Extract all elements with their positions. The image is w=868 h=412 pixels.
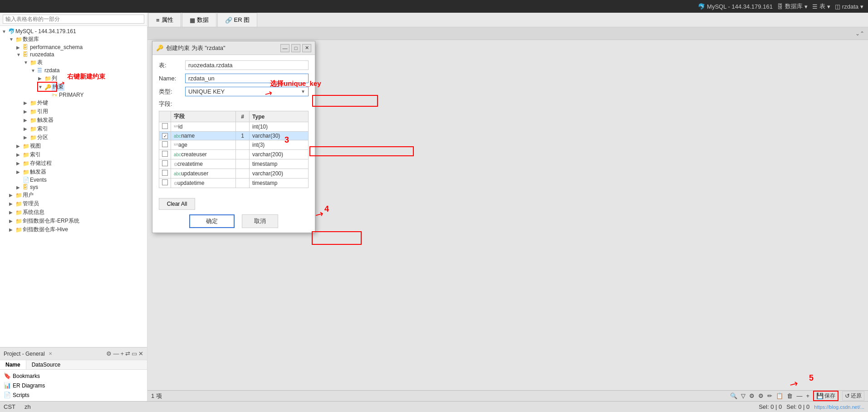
minus-row-icon[interactable]: — xyxy=(796,392,802,399)
tab-properties[interactable]: ≡ 属性 xyxy=(148,13,181,27)
minus-icon[interactable]: — xyxy=(113,350,119,357)
min-icon[interactable]: ▭ xyxy=(132,350,137,357)
sidebar-item-sys[interactable]: ▶ 🗄 sys xyxy=(0,184,147,191)
sidebar-item-databases[interactable]: ▼ 📁 数据库 xyxy=(0,35,147,44)
expand-arrow: ▶ xyxy=(9,201,15,206)
fields-table-row[interactable]: ¹²³ageint(3) xyxy=(159,140,309,150)
sidebar-item-indexes2[interactable]: ▶ 📁 索引 xyxy=(0,150,147,159)
status-sel2: Sel: 0 | 0 xyxy=(786,403,809,410)
cancel-button[interactable]: 取消 xyxy=(242,214,278,228)
search-status-icon[interactable]: 🔍 xyxy=(730,392,737,399)
field-checkbox[interactable] xyxy=(159,140,171,150)
tab-data[interactable]: ▦ 数据 xyxy=(182,13,216,27)
sidebar-item-refs[interactable]: ▶ 📁 引用 xyxy=(0,107,147,116)
blog-link: https://blog.csdn.net/... xyxy=(814,404,864,410)
sidebar-item-rzdata[interactable]: ▼ ☰ rzdata xyxy=(0,67,147,74)
clear-all-button[interactable]: Clear All xyxy=(159,198,195,210)
settings-status-icon[interactable]: ⚙ xyxy=(749,392,755,399)
sidebar-item-partitions[interactable]: ▶ 📁 分区 xyxy=(0,133,147,142)
sidebar-item-triggers2[interactable]: ▶ 📁 触发器 xyxy=(0,168,147,176)
field-checkbox[interactable] xyxy=(159,169,171,179)
fields-table-row[interactable]: abccreateuservarchar(200) xyxy=(159,150,309,159)
sidebar-label-procedures: 存储过程 xyxy=(30,159,52,167)
folder-icon: 📁 xyxy=(23,143,30,149)
gear2-icon[interactable]: ⚙ xyxy=(758,392,764,399)
restore-label: 还原 xyxy=(851,392,862,400)
field-type: timestamp xyxy=(250,159,309,169)
fields-table-row[interactable]: ⊙updatetimetimestamp xyxy=(159,179,309,188)
plus-row-icon[interactable]: + xyxy=(806,392,809,399)
tab-name[interactable]: Name xyxy=(0,360,26,369)
folder-icon: 📁 xyxy=(30,134,37,141)
sidebar-item-sysinfo[interactable]: ▶ 📁 系统信息 xyxy=(0,208,147,217)
bottom-panel-header: Project - General ✕ ⚙ — + ⇄ ▭ ✕ xyxy=(0,347,147,360)
filter-icon[interactable]: ▽ xyxy=(741,392,745,399)
expand-arrow: ▼ xyxy=(24,60,30,65)
sidebar-item-perf[interactable]: ▶ 🗄 performance_schema xyxy=(0,44,147,51)
restore-icon: ↺ xyxy=(845,392,850,399)
plus-icon[interactable]: + xyxy=(120,350,124,357)
fields-table-row[interactable]: abcupdateuservarchar(200) xyxy=(159,169,309,179)
create-constraint-dialog[interactable]: 🔑 创建约束 为表 "rzdata" — □ ✕ 表: ruozedata.rz… xyxy=(152,41,315,233)
mysql-icon: 🐬 xyxy=(698,3,705,10)
type-select[interactable]: UNIQUE KEY ▼ xyxy=(185,87,309,96)
sidebar-item-columns[interactable]: ▶ 📁 列 xyxy=(0,74,147,83)
scripts-item[interactable]: 📄 Scripts xyxy=(4,391,143,399)
sidebar-label-refs: 引用 xyxy=(37,108,48,115)
copy-icon[interactable]: 📋 xyxy=(776,392,783,399)
arrow-icon[interactable]: ⇄ xyxy=(125,350,130,357)
type-row-field: 类型: UNIQUE KEY ▼ xyxy=(159,87,309,96)
right-panel: ≡ 属性 ▦ 数据 🔗 ER 图 ⌄⌃ xyxy=(147,13,868,401)
db-selector[interactable]: 🗄 数据库 ▾ xyxy=(777,2,808,10)
tab-datasource[interactable]: DataSource xyxy=(26,360,66,369)
sidebar-item-tables[interactable]: ▼ 📁 表 xyxy=(0,58,147,67)
sidebar-item-indexes[interactable]: ▶ 📁 索引 xyxy=(0,124,147,133)
sidebar-item-triggers[interactable]: ▶ 📁 触发器 xyxy=(0,116,147,124)
sidebar-item-fk[interactable]: ▶ 📁 外键 xyxy=(0,99,147,107)
field-number xyxy=(236,122,250,132)
sidebar-item-constraints[interactable]: ▼ 🔑 约束 xyxy=(0,83,147,91)
sidebar-item-hive[interactable]: ▶ 📁 剑指数据仓库-Hive xyxy=(0,225,147,234)
sidebar-item-users[interactable]: ▶ 📁 用户 xyxy=(0,191,147,199)
confirm-button[interactable]: 确定 xyxy=(189,214,235,228)
field-checkbox[interactable] xyxy=(159,179,171,188)
save-button[interactable]: 💾 保存 xyxy=(813,391,839,401)
search-input[interactable] xyxy=(3,15,144,24)
expand-arrow: ▶ xyxy=(16,185,23,190)
sidebar-item-ruozedata[interactable]: ▼ 🗄 ruozedata xyxy=(0,51,147,58)
sidebar-item-views[interactable]: ▶ 📁 视图 xyxy=(0,142,147,150)
field-checkbox[interactable] xyxy=(159,159,171,169)
table-selector[interactable]: ☰ 表 ▾ xyxy=(812,2,830,10)
folder-icon: 📁 xyxy=(15,36,23,43)
edit-icon[interactable]: ✏ xyxy=(767,392,772,399)
field-checkbox[interactable]: ✓ xyxy=(159,132,171,140)
dialog-minimize[interactable]: — xyxy=(280,44,289,52)
save-label: 保存 xyxy=(824,392,835,400)
bookmarks-item[interactable]: 🔖 Bookmarks xyxy=(4,372,143,380)
sidebar-item-admin[interactable]: ▶ 📁 管理员 xyxy=(0,199,147,208)
sidebar-item-mysql[interactable]: ▼ 🐬 MySQL - 144.34.179.161 xyxy=(0,28,147,35)
collapse-icon[interactable]: ⌄⌃ xyxy=(853,30,866,38)
name-field-value[interactable]: rzdata_un xyxy=(185,74,309,83)
sidebar-item-procedures[interactable]: ▶ 📁 存储过程 xyxy=(0,159,147,168)
sidebar-item-primary[interactable]: 🗝 PRIMARY xyxy=(0,91,147,99)
delete-icon[interactable]: 🗑 xyxy=(787,392,793,399)
sidebar-item-erp[interactable]: ▶ 📁 剑指数据仓库-ERP系统 xyxy=(0,217,147,225)
settings-icon[interactable]: ⚙ xyxy=(106,350,112,357)
sidebar-item-events[interactable]: 📄 Events xyxy=(0,176,147,184)
field-checkbox[interactable] xyxy=(159,150,171,159)
sidebar-label-ruozedata: ruozedata xyxy=(30,51,54,58)
field-checkbox[interactable] xyxy=(159,122,171,132)
fields-table-row[interactable]: ⊙createtimetimestamp xyxy=(159,159,309,169)
dialog-maximize[interactable]: □ xyxy=(291,44,300,52)
status-right: 🔍 ▽ ⚙ ⚙ ✏ 📋 🗑 — + 💾 保存 ↺ 还原 xyxy=(730,391,864,401)
dialog-close[interactable]: ✕ xyxy=(302,44,311,52)
view-selector[interactable]: ◫ rzdata ▾ xyxy=(835,3,863,10)
x-icon[interactable]: ✕ xyxy=(138,350,143,357)
fields-table-row[interactable]: ¹²³idint(10) xyxy=(159,122,309,132)
restore-button[interactable]: ↺ 还原 xyxy=(842,391,864,401)
fields-table-row[interactable]: ✓abcname1varchar(30) xyxy=(159,132,309,140)
er-diagrams-item[interactable]: 📊 ER Diagrams xyxy=(4,381,143,390)
tab-er[interactable]: 🔗 ER 图 xyxy=(217,13,258,27)
table-row-field: 表: ruozedata.rzdata xyxy=(159,60,309,70)
